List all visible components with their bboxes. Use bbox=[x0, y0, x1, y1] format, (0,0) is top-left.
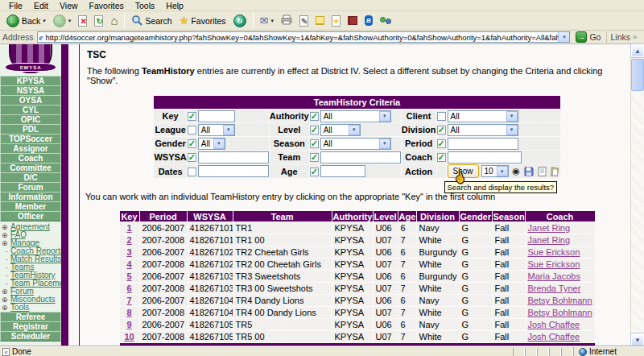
key-link[interactable]: 1 bbox=[126, 223, 131, 233]
chevron-down-icon[interactable]: ▾ bbox=[497, 166, 508, 176]
research-button[interactable] bbox=[345, 12, 361, 30]
coach-link[interactable]: Sue Erickson bbox=[528, 259, 580, 269]
chevron-down-icon[interactable]: ▾ bbox=[68, 18, 72, 24]
record-button[interactable]: ◉ bbox=[511, 166, 522, 176]
sidebar-link[interactable]: TeamHistory bbox=[10, 271, 56, 279]
address-dropdown-icon[interactable]: ▾ bbox=[558, 32, 569, 42]
bluetooth-button[interactable]: B bbox=[361, 12, 376, 30]
messenger-button[interactable] bbox=[377, 12, 394, 30]
level-select[interactable]: All▾ bbox=[320, 124, 361, 136]
coach-checkbox[interactable] bbox=[437, 153, 446, 162]
key-link[interactable]: 6 bbox=[126, 284, 131, 293]
period-checkbox[interactable] bbox=[437, 139, 446, 148]
go-button[interactable]: → Go bbox=[573, 31, 603, 43]
expand-icon[interactable]: ⊕ bbox=[2, 304, 9, 312]
address-input[interactable]: e http://d4soccer.org/manageteamhistory.… bbox=[37, 31, 571, 43]
vertical-scrollbar[interactable]: ▲ ▼ bbox=[630, 44, 644, 346]
menu-item[interactable]: Tools bbox=[130, 1, 161, 10]
expand-icon[interactable]: ⊕ bbox=[2, 288, 9, 296]
scrollbar-track[interactable] bbox=[631, 91, 644, 333]
sidebar-link[interactable]: Team Placement bbox=[10, 279, 61, 288]
sidebar-link[interactable]: Tools bbox=[10, 304, 29, 312]
sidebar-link[interactable]: Misconducts bbox=[10, 296, 56, 304]
export-button[interactable] bbox=[537, 166, 547, 176]
wsysa-input[interactable] bbox=[198, 151, 269, 164]
sidebar-link[interactable]: Match Results bbox=[10, 255, 61, 263]
sidebar-link[interactable]: Teams bbox=[10, 263, 34, 271]
links-toolbar[interactable]: Links » bbox=[606, 31, 642, 43]
chevron-down-icon[interactable]: ▾ bbox=[379, 111, 390, 122]
team-checkbox[interactable] bbox=[310, 153, 319, 162]
sidebar-button[interactable]: Information bbox=[0, 192, 61, 202]
sidebar-tree-item[interactable]: ⊕ - Teams bbox=[2, 263, 61, 271]
sidebar-tree-item[interactable]: ⊕ - Match Results bbox=[2, 255, 61, 263]
key-link[interactable]: 10 bbox=[124, 332, 134, 342]
coach-link[interactable]: Janet Ring bbox=[528, 235, 571, 245]
expand-icon[interactable]: ⊕ bbox=[2, 239, 9, 247]
league-checkbox[interactable] bbox=[188, 126, 196, 135]
key-link[interactable]: 8 bbox=[126, 308, 131, 317]
key-link[interactable]: 2 bbox=[126, 235, 131, 245]
menu-item[interactable]: View bbox=[54, 1, 84, 10]
authority-select[interactable]: All▾ bbox=[320, 110, 391, 122]
page-size-select[interactable]: 10▾ bbox=[481, 165, 509, 177]
age-checkbox[interactable] bbox=[310, 168, 319, 176]
coach-link[interactable]: Josh Chaffee bbox=[528, 332, 580, 342]
league-select[interactable]: All▾ bbox=[198, 124, 235, 136]
home-button[interactable]: ⌂ bbox=[107, 12, 121, 30]
discuss-button[interactable] bbox=[312, 12, 328, 30]
dates-input[interactable] bbox=[198, 165, 269, 177]
sidebar-tree-item[interactable]: ⊕ - Team Placement bbox=[2, 279, 61, 288]
coach-link[interactable]: Maria Jacobs bbox=[528, 271, 580, 281]
expand-icon[interactable]: ⊕ bbox=[2, 296, 9, 304]
scroll-down-button[interactable]: ▼ bbox=[631, 333, 644, 346]
menu-item[interactable]: File bbox=[3, 1, 28, 10]
history-button[interactable]: ↻ bbox=[230, 12, 250, 30]
season-select[interactable]: All▾ bbox=[320, 138, 391, 150]
menu-item[interactable]: Help bbox=[160, 1, 189, 10]
sidebar-link[interactable]: Forum bbox=[10, 288, 34, 296]
chevron-down-icon[interactable]: ▾ bbox=[43, 18, 46, 24]
coach-link[interactable]: Betsy Bohlmann bbox=[528, 308, 592, 317]
sidebar-tree-item[interactable]: ⊕ - TeamHistory bbox=[2, 271, 61, 279]
coach-input[interactable] bbox=[448, 151, 522, 164]
coach-link[interactable]: Josh Chaffee bbox=[528, 320, 580, 329]
chevron-down-icon[interactable]: ▾ bbox=[213, 139, 225, 149]
key-link[interactable]: 9 bbox=[126, 320, 131, 329]
sidebar-tree-item[interactable]: ⊕ - Forum bbox=[2, 288, 61, 296]
sidebar-link[interactable]: FAQ bbox=[10, 231, 27, 239]
save-button[interactable] bbox=[524, 166, 535, 176]
key-link[interactable]: 4 bbox=[126, 259, 131, 269]
expand-icon[interactable]: ⊕ bbox=[2, 223, 9, 231]
stop-button[interactable]: ✕ bbox=[75, 12, 90, 30]
season-checkbox[interactable] bbox=[310, 139, 319, 148]
chevron-down-icon[interactable]: ▾ bbox=[223, 125, 234, 135]
division-select[interactable]: All▾ bbox=[448, 124, 518, 136]
print-button[interactable] bbox=[278, 12, 295, 30]
client-select[interactable]: All▾ bbox=[448, 110, 518, 122]
sidebar-link[interactable]: Manage bbox=[10, 239, 39, 247]
sidebar-link[interactable]: Coach Reports bbox=[10, 247, 61, 255]
chevron-down-icon[interactable]: ▾ bbox=[379, 139, 390, 149]
dates-checkbox[interactable] bbox=[188, 168, 196, 176]
chevron-down-icon[interactable]: ▾ bbox=[506, 125, 518, 135]
scrollbar-thumb[interactable] bbox=[631, 59, 644, 91]
coach-link[interactable]: Sue Erickson bbox=[528, 247, 580, 257]
favorites-button[interactable]: ★ Favorites bbox=[176, 12, 229, 30]
gender-checkbox[interactable] bbox=[188, 139, 196, 148]
sidebar-tree-item[interactable]: ⊕ - Coach Reports bbox=[2, 247, 61, 255]
sidebar-button[interactable]: TOPSoccer bbox=[0, 134, 61, 144]
add-favorite-button[interactable]: ★ bbox=[328, 12, 344, 30]
sidebar-link[interactable]: Agreement bbox=[10, 223, 50, 231]
mail-button[interactable]: ✉ ▾ bbox=[257, 12, 277, 30]
coach-link[interactable]: Brenda Tyner bbox=[528, 284, 581, 293]
back-button[interactable]: ← Back ▾ bbox=[3, 12, 49, 30]
menu-item[interactable]: Edit bbox=[28, 1, 54, 10]
client-checkbox[interactable] bbox=[437, 112, 446, 121]
sidebar-tree-item[interactable]: ⊕ - Agreement bbox=[2, 223, 61, 231]
sidebar-button[interactable]: Scheduler bbox=[0, 331, 61, 342]
level-checkbox[interactable] bbox=[310, 126, 319, 135]
sidebar-tree-item[interactable]: ⊕ - Tools bbox=[2, 304, 61, 312]
coach-link[interactable]: Betsy Bohlmann bbox=[528, 296, 592, 305]
chevron-down-icon[interactable]: ▾ bbox=[270, 18, 274, 24]
